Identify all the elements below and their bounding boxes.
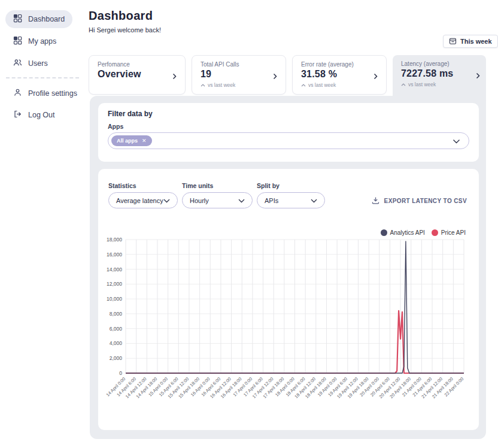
page-title: Dashboard bbox=[89, 9, 153, 23]
card-value: 7227.58 ms bbox=[401, 68, 478, 79]
card-value: Overview bbox=[98, 69, 177, 80]
logout-icon bbox=[13, 110, 22, 120]
sidebar-item-profile-settings[interactable]: Profile settings bbox=[5, 84, 85, 102]
filter-title: Filter data by bbox=[108, 110, 153, 118]
caret-up-icon bbox=[301, 82, 306, 88]
time-units-value: Hourly bbox=[190, 197, 209, 204]
export-label: EXPORT LATENCY TO CSV bbox=[384, 198, 467, 204]
legend-item-price-api: Price API bbox=[432, 229, 466, 236]
svg-text:6,000: 6,000 bbox=[110, 326, 123, 332]
caret-up-icon bbox=[201, 82, 205, 88]
sidebar-item-label: Users bbox=[28, 59, 48, 68]
card-label: Total API Calls bbox=[201, 61, 277, 68]
sidebar-item-label: Log Out bbox=[28, 111, 54, 119]
all-apps-chip[interactable]: All apps ✕ bbox=[111, 135, 152, 146]
split-by-select[interactable]: APIs bbox=[257, 192, 325, 208]
sidebar-item-label: My apps bbox=[28, 37, 56, 46]
sidebar-item-log-out[interactable]: Log Out bbox=[5, 106, 62, 124]
this-week-label: This week bbox=[460, 38, 492, 45]
card-total-api-calls[interactable]: Total API Calls 19 vs last week bbox=[192, 55, 286, 95]
chevron-down-icon bbox=[163, 197, 170, 204]
download-icon bbox=[372, 196, 379, 205]
chip-label: All apps bbox=[117, 138, 138, 144]
card-value: 19 bbox=[201, 69, 277, 80]
svg-text:4,000: 4,000 bbox=[110, 340, 123, 346]
svg-text:2,000: 2,000 bbox=[110, 355, 123, 361]
card-sub-label: vs last week bbox=[208, 82, 235, 88]
sidebar-item-users[interactable]: Users bbox=[5, 55, 56, 72]
time-units-select[interactable]: Hourly bbox=[182, 192, 253, 208]
apps-multiselect-input[interactable]: All apps ✕ bbox=[108, 132, 469, 149]
grid-icon bbox=[13, 36, 22, 47]
svg-text:14,000: 14,000 bbox=[107, 267, 122, 273]
chevron-right-icon bbox=[476, 71, 481, 81]
caret-up-icon bbox=[401, 81, 406, 87]
statistics-label: Statistics bbox=[108, 182, 178, 189]
statistics-card: Statistics Average latency Time units Ho… bbox=[98, 169, 479, 430]
card-value: 31.58 % bbox=[301, 69, 378, 80]
sidebar-item-label: Profile settings bbox=[28, 89, 77, 98]
sidebar: Dashboard My apps Users Profile settings bbox=[0, 0, 90, 448]
svg-text:12,000: 12,000 bbox=[107, 281, 122, 287]
card-label: Error rate (average) bbox=[301, 61, 378, 68]
statistics-value: Average latency bbox=[116, 197, 163, 204]
card-label: Perfomance bbox=[98, 61, 177, 68]
legend-item-analytics-api: Analytics API bbox=[381, 229, 425, 236]
split-by-value: APIs bbox=[265, 197, 278, 204]
legend-label: Price API bbox=[441, 229, 466, 236]
apps-label: Apps bbox=[108, 123, 123, 130]
sidebar-item-label: Dashboard bbox=[28, 15, 65, 23]
legend-dot-analytics bbox=[381, 229, 387, 236]
this-week-button[interactable]: This week bbox=[443, 35, 498, 48]
calendar-icon bbox=[449, 37, 457, 46]
chip-close-icon[interactable]: ✕ bbox=[142, 138, 147, 144]
card-sub-label: vs last week bbox=[408, 81, 436, 87]
export-latency-csv-button[interactable]: EXPORT LATENCY TO CSV bbox=[372, 196, 467, 205]
statistics-dropdown-group: Statistics Average latency bbox=[108, 182, 178, 208]
chevron-right-icon bbox=[374, 71, 378, 82]
svg-text:0: 0 bbox=[119, 370, 122, 376]
card-performance-overview[interactable]: Perfomance Overview bbox=[89, 55, 186, 95]
sidebar-divider bbox=[6, 77, 79, 78]
time-units-label: Time units bbox=[182, 182, 253, 189]
dashboard-app: Dashboard My apps Users Profile settings bbox=[0, 0, 498, 448]
split-by-dropdown-group: Split by APIs bbox=[257, 182, 325, 208]
card-label: Latency (average) bbox=[401, 60, 478, 67]
card-sub-label: vs last week bbox=[308, 82, 336, 88]
chevron-right-icon bbox=[273, 71, 278, 82]
sidebar-item-dashboard[interactable]: Dashboard bbox=[5, 10, 72, 28]
statistics-select[interactable]: Average latency bbox=[108, 192, 178, 208]
chevron-down-icon bbox=[311, 197, 317, 204]
svg-text:10,000: 10,000 bbox=[107, 296, 122, 302]
chart-legend: Analytics API Price API bbox=[381, 229, 466, 236]
person-icon bbox=[13, 88, 22, 99]
page-subtitle: Hi Sergei welcome back! bbox=[89, 26, 161, 34]
grid-icon bbox=[13, 14, 22, 25]
card-error-rate[interactable]: Error rate (average) 31.58 % vs last wee… bbox=[292, 55, 387, 95]
svg-text:16,000: 16,000 bbox=[107, 252, 122, 258]
legend-dot-price bbox=[432, 229, 438, 236]
sidebar-item-my-apps[interactable]: My apps bbox=[5, 32, 64, 50]
chevron-down-icon[interactable] bbox=[453, 135, 460, 146]
svg-text:8,000: 8,000 bbox=[110, 311, 123, 317]
legend-label: Analytics API bbox=[390, 229, 425, 236]
chevron-down-icon bbox=[238, 197, 245, 204]
filter-card: Filter data by Apps All apps ✕ bbox=[98, 103, 479, 162]
time-units-dropdown-group: Time units Hourly bbox=[182, 182, 253, 208]
latency-line-chart[interactable]: 02,0004,0006,0008,00010,00012,00014,0001… bbox=[101, 236, 478, 416]
svg-text:18,000: 18,000 bbox=[107, 237, 122, 243]
chevron-right-icon bbox=[172, 71, 177, 82]
users-icon bbox=[13, 58, 22, 69]
split-by-label: Split by bbox=[257, 182, 325, 189]
